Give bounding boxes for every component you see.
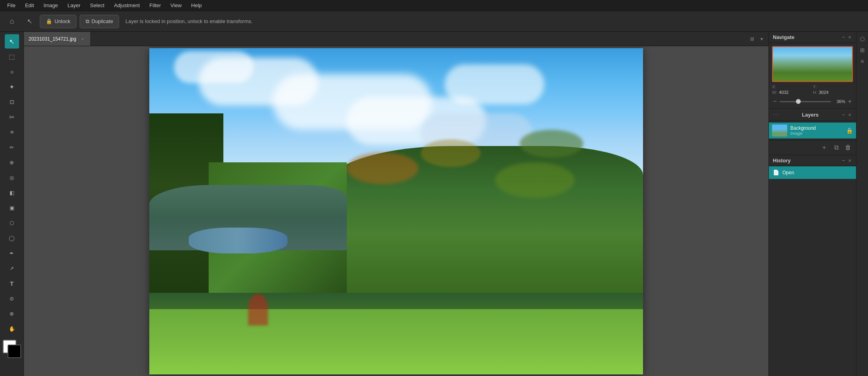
tool-history-brush[interactable]: ◎: [5, 170, 19, 185]
tool-type[interactable]: T: [5, 276, 19, 290]
tool-select-move[interactable]: ↖: [5, 34, 19, 49]
tool-zoom[interactable]: ⊕: [5, 306, 19, 321]
duplicate-button[interactable]: ⧉ Duplicate: [80, 15, 119, 28]
nav-y-label: Y:: [813, 84, 817, 89]
nav-w-row: W: 4032: [772, 90, 812, 95]
layer-background[interactable]: Background Image 🔒: [769, 123, 856, 138]
layer-lock-icon: 🔒: [846, 127, 853, 134]
zoom-slider[interactable]: [780, 101, 831, 102]
side-icons: ⬡ ⊞ ≡: [856, 32, 868, 376]
menu-select[interactable]: Select: [86, 2, 108, 9]
tab-close-button[interactable]: ×: [79, 36, 86, 42]
nav-info: X: Y: W: 4032 H: 3024: [772, 84, 853, 95]
side-icon-2[interactable]: ⊞: [858, 45, 867, 55]
tool-eyedropper[interactable]: ⊘: [5, 291, 19, 306]
navigate-minimize-button[interactable]: −: [841, 34, 846, 40]
nav-x-label: X:: [772, 84, 776, 89]
nav-thumbnail[interactable]: [772, 46, 853, 82]
tool-crop[interactable]: ⊡: [5, 95, 19, 109]
move-tool-toolbar[interactable]: ↖: [22, 14, 37, 29]
layers-content: Background Image 🔒: [769, 121, 856, 140]
tool-healing[interactable]: ≋: [5, 125, 19, 139]
unlock-label: Unlock: [55, 18, 70, 24]
window-expand-button[interactable]: ▾: [758, 35, 765, 43]
layer-type: Image: [790, 131, 843, 136]
tool-clone-stamp[interactable]: ⊕: [5, 155, 19, 169]
history-panel: History − × 📄 Open: [769, 155, 856, 376]
right-panel: Navigate − × X: Y:: [768, 32, 856, 376]
add-layer-button[interactable]: +: [819, 143, 829, 152]
menu-filter[interactable]: Filter: [145, 2, 165, 9]
layers-panel-dots[interactable]: ···: [773, 111, 779, 118]
nav-x-row: X:: [772, 84, 812, 89]
tool-hand[interactable]: ✋: [5, 321, 19, 336]
canvas-viewport[interactable]: [24, 46, 768, 376]
history-panel-title: History: [773, 158, 791, 164]
nav-h-label: H:: [813, 90, 817, 95]
menu-adjustment[interactable]: Adjustment: [110, 2, 144, 9]
history-panel-header: History − ×: [769, 155, 856, 166]
history-item-open[interactable]: 📄 Open: [769, 166, 856, 179]
history-item-label: Open: [782, 170, 852, 175]
history-item-icon: 📄: [773, 169, 779, 175]
tool-eraser[interactable]: ◧: [5, 185, 19, 200]
tool-marquee[interactable]: ⬚: [5, 49, 19, 64]
left-toolbox: ↖ ⬚ ⌾ ✦ ⊡ ✂ ≋ ✏ ⊕ ◎ ◧ ▣ ⬡ ◯ ✒ ↗ T ⊘ ⊕ ✋: [0, 32, 24, 376]
layers-panel-buttons: − ×: [841, 112, 852, 118]
menu-layer[interactable]: Layer: [64, 2, 85, 9]
history-close-button[interactable]: ×: [847, 158, 852, 164]
side-icon-3[interactable]: ≡: [858, 56, 867, 66]
tool-blur[interactable]: ⬡: [5, 216, 19, 230]
tool-magic-wand[interactable]: ✦: [5, 80, 19, 94]
history-minimize-button[interactable]: −: [841, 158, 846, 164]
zoom-minus-button[interactable]: −: [773, 98, 777, 105]
window-options-button[interactable]: ⊞: [748, 35, 757, 43]
tool-dodge[interactable]: ◯: [5, 231, 19, 245]
nav-w-label: W:: [772, 90, 777, 95]
layers-close-button[interactable]: ×: [847, 112, 852, 118]
nav-h-value: 3024: [819, 90, 829, 95]
layers-minimize-button[interactable]: −: [841, 112, 846, 118]
duplicate-layer-button[interactable]: ⧉: [831, 143, 841, 152]
menu-edit[interactable]: Edit: [21, 2, 38, 9]
zoom-plus-button[interactable]: +: [848, 98, 852, 105]
tab-file[interactable]: 20231031_154721.jpg ×: [24, 32, 91, 46]
color-swatches[interactable]: [3, 340, 21, 358]
duplicate-label: Duplicate: [92, 18, 113, 24]
tab-bar: 20231031_154721.jpg × ⊞ ▾: [24, 32, 768, 46]
nav-w-value: 4032: [779, 90, 788, 95]
menu-file[interactable]: File: [3, 2, 20, 9]
main-content: ↖ ⬚ ⌾ ✦ ⊡ ✂ ≋ ✏ ⊕ ◎ ◧ ▣ ⬡ ◯ ✒ ↗ T ⊘ ⊕ ✋ …: [0, 32, 868, 376]
navigate-content: X: Y: W: 4032 H: 3024: [769, 43, 856, 108]
tool-brush[interactable]: ✏: [5, 140, 19, 154]
history-content: 📄 Open: [769, 166, 856, 376]
layer-thumbnail: [772, 125, 787, 136]
lock-icon: 🔒: [46, 18, 52, 24]
layers-panel-header: ··· Layers − ×: [769, 109, 856, 121]
duplicate-icon: ⧉: [86, 18, 89, 25]
background-color-swatch[interactable]: [8, 345, 21, 358]
tab-filename: 20231031_154721.jpg: [29, 36, 76, 42]
tab-actions: ⊞ ▾: [748, 35, 768, 43]
home-button[interactable]: ⌂: [5, 14, 19, 29]
navigate-panel: Navigate − × X: Y:: [769, 32, 856, 109]
tool-slice[interactable]: ✂: [5, 110, 19, 124]
unlock-button[interactable]: 🔒 Unlock: [40, 15, 76, 28]
navigate-panel-buttons: − ×: [841, 34, 852, 40]
delete-layer-button[interactable]: 🗑: [843, 143, 853, 152]
tool-lasso[interactable]: ⌾: [5, 64, 19, 79]
menu-view[interactable]: View: [166, 2, 186, 9]
layers-footer: + ⧉ 🗑: [769, 140, 856, 155]
navigate-panel-title: Navigate: [773, 34, 794, 40]
history-panel-buttons: − ×: [841, 158, 852, 164]
tool-paint-bucket[interactable]: ▣: [5, 201, 19, 215]
nav-y-row: Y:: [813, 84, 853, 89]
canvas-area: 20231031_154721.jpg × ⊞ ▾: [24, 32, 768, 376]
side-icon-1[interactable]: ⬡: [858, 34, 867, 44]
layer-info: Background Image: [790, 125, 843, 136]
tool-path-select[interactable]: ↗: [5, 261, 19, 275]
navigate-close-button[interactable]: ×: [847, 34, 852, 40]
tool-pen[interactable]: ✒: [5, 246, 19, 260]
menu-help[interactable]: Help: [187, 2, 206, 9]
menu-image[interactable]: Image: [39, 2, 62, 9]
